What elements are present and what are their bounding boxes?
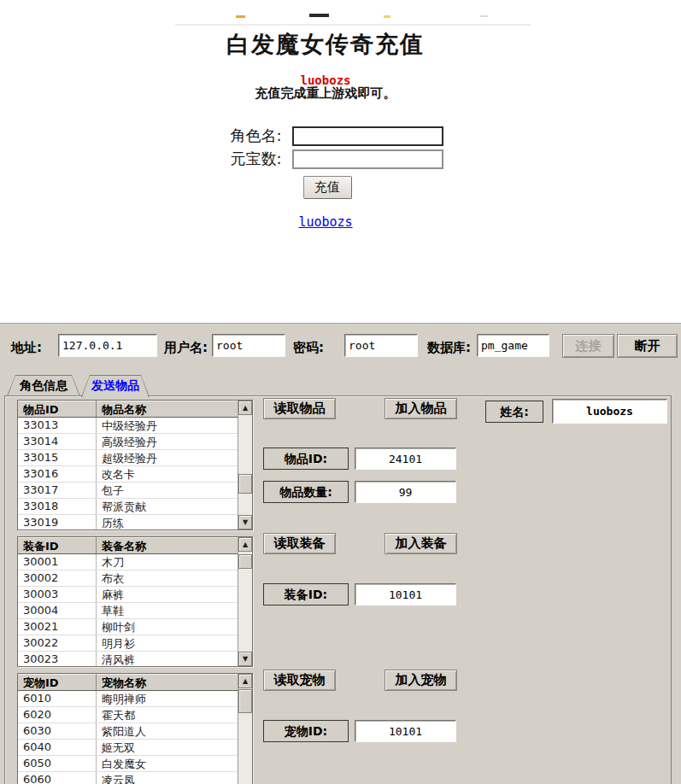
- table-row[interactable]: 30004草鞋: [18, 603, 238, 619]
- cell-id: 6030: [18, 723, 97, 739]
- table-row[interactable]: 30022明月衫: [18, 635, 238, 652]
- pets-table-body: 6010晦明禅师6020霍天都6030紫阳道人6040姬无双6050白发魔女60…: [18, 691, 238, 784]
- equips-table: 装备ID 装备名称 30001木刀30002布衣30003麻裤30004草鞋30…: [17, 536, 253, 667]
- address-input[interactable]: [58, 334, 157, 357]
- item-id-input[interactable]: [355, 448, 456, 470]
- scroll-up-icon[interactable]: ▲: [238, 537, 252, 552]
- pets-table-scrollbar[interactable]: ▲: [238, 674, 252, 784]
- table-row[interactable]: 6010晦明禅师: [18, 691, 238, 707]
- db-password-label: 密码:: [293, 340, 324, 356]
- screenshot-root: 白发魔女传奇充值 luobozs 充值完成重上游戏即可。 角色名: 元宝数: 充…: [0, 0, 681, 784]
- pets-table: 宠物ID 宠物名称 6010晦明禅师6020霍天都6030紫阳道人6040姬无双…: [17, 673, 253, 784]
- scroll-thumb[interactable]: [238, 554, 252, 569]
- equip-id-input[interactable]: [355, 583, 456, 606]
- database-input[interactable]: [477, 334, 549, 357]
- cell-id: 33019: [18, 515, 97, 530]
- items-table: 物品ID 物品名称 33013中级经验丹33014高级经验丹33015超级经验丹…: [17, 400, 253, 530]
- table-row[interactable]: 30021柳叶剑: [18, 619, 238, 635]
- add-items-button[interactable]: 加入物品: [385, 398, 457, 419]
- connect-button[interactable]: 连接: [562, 334, 614, 358]
- scroll-thumb[interactable]: [238, 474, 252, 494]
- table-row[interactable]: 6040姬无双: [18, 740, 238, 756]
- table-row[interactable]: 30003麻裤: [18, 587, 238, 603]
- pet-id-label: 宠物ID:: [263, 720, 349, 742]
- page-title: 白发魔女传奇充值: [0, 29, 651, 60]
- table-row[interactable]: 6020霍天都: [18, 707, 238, 723]
- item-qty-label: 物品数量:: [263, 481, 349, 503]
- cell-id: 6010: [18, 691, 97, 706]
- player-name-label: 姓名:: [485, 401, 543, 423]
- cell-name: 柳叶剑: [97, 619, 238, 635]
- table-row[interactable]: 33017包子: [18, 483, 238, 499]
- add-equips-button[interactable]: 加入装备: [385, 533, 457, 554]
- cell-id: 30002: [18, 570, 97, 586]
- yuanbao-count-label: 元宝数:: [208, 149, 282, 169]
- db-username-input[interactable]: [212, 334, 285, 357]
- equips-table-header: 装备ID 装备名称: [18, 537, 252, 554]
- cell-id: 6020: [18, 707, 97, 723]
- cell-name: 历练: [97, 515, 238, 530]
- add-pets-button[interactable]: 加入宠物: [385, 670, 457, 691]
- scroll-up-icon[interactable]: ▲: [238, 401, 252, 415]
- scroll-up-icon[interactable]: ▲: [238, 674, 252, 688]
- read-items-button[interactable]: 读取物品: [263, 398, 336, 419]
- cell-name: 凌云凤: [97, 772, 238, 784]
- tab-send-items[interactable]: 发送物品: [81, 375, 150, 397]
- table-row[interactable]: 33015超级经验丹: [18, 450, 238, 466]
- pet-id-input[interactable]: [355, 720, 456, 742]
- table-row[interactable]: 33019历练: [18, 515, 238, 530]
- read-equips-button[interactable]: 读取装备: [263, 533, 336, 554]
- equips-table-body: 30001木刀30002布衣30003麻裤30004草鞋30021柳叶剑3002…: [18, 554, 238, 666]
- column-header[interactable]: 物品名称: [97, 401, 252, 417]
- cell-id: 33013: [18, 418, 97, 433]
- equips-table-scrollbar[interactable]: ▲ ▼: [238, 537, 252, 666]
- cell-id: 33016: [18, 466, 97, 482]
- disconnect-button[interactable]: 断开: [617, 334, 678, 358]
- table-row[interactable]: 6030紫阳道人: [18, 723, 238, 740]
- read-pets-button[interactable]: 读取宠物: [263, 670, 336, 691]
- cell-name: 明月衫: [97, 635, 238, 651]
- table-row[interactable]: 33014高级经验丹: [18, 434, 238, 450]
- address-label: 地址:: [11, 340, 42, 356]
- items-table-body: 33013中级经验丹33014高级经验丹33015超级经验丹33016改名卡33…: [18, 418, 238, 529]
- table-row[interactable]: 6060凌云凤: [18, 772, 238, 784]
- cell-name: 白发魔女: [97, 756, 238, 771]
- cell-id: 33015: [18, 450, 97, 465]
- cell-name: 改名卡: [97, 466, 238, 482]
- cell-id: 30001: [18, 554, 97, 570]
- db-password-input[interactable]: [344, 334, 418, 357]
- cell-name: 木刀: [97, 554, 238, 570]
- table-row[interactable]: 6050白发魔女: [18, 756, 238, 772]
- cell-name: 清风裤: [97, 652, 238, 667]
- column-header[interactable]: 宠物名称: [97, 674, 252, 690]
- scroll-down-icon[interactable]: ▼: [238, 515, 252, 529]
- column-header[interactable]: 宠物ID: [18, 674, 97, 690]
- scroll-down-icon[interactable]: ▼: [238, 652, 252, 666]
- yuanbao-count-input[interactable]: [292, 149, 443, 169]
- luobozs-link[interactable]: luobozs: [298, 214, 352, 230]
- items-table-scrollbar[interactable]: ▲ ▼: [238, 401, 252, 529]
- table-row[interactable]: 33016改名卡: [18, 466, 238, 483]
- cell-name: 高级经验丹: [97, 434, 238, 449]
- column-header[interactable]: 装备名称: [97, 537, 252, 553]
- column-header[interactable]: 物品ID: [18, 401, 97, 417]
- player-name-input[interactable]: [552, 399, 667, 424]
- tab-role-info[interactable]: 角色信息: [7, 375, 80, 396]
- equip-id-label: 装备ID:: [263, 583, 349, 606]
- cropped-header-artifact: [480, 15, 488, 17]
- item-qty-input[interactable]: [355, 481, 456, 503]
- table-row[interactable]: 30023清风裤: [18, 652, 238, 667]
- table-row[interactable]: 33018帮派贡献: [18, 499, 238, 515]
- cell-id: 33014: [18, 434, 97, 449]
- cell-id: 30004: [18, 603, 97, 618]
- cell-name: 布衣: [97, 570, 238, 586]
- scroll-thumb[interactable]: [238, 689, 252, 713]
- column-header[interactable]: 装备ID: [18, 537, 97, 553]
- table-row[interactable]: 30001木刀: [18, 554, 238, 570]
- cell-name: 包子: [97, 483, 238, 498]
- pets-table-header: 宠物ID 宠物名称: [18, 674, 252, 691]
- role-name-input[interactable]: [292, 126, 443, 146]
- recharge-button[interactable]: 充值: [303, 176, 352, 199]
- table-row[interactable]: 33013中级经验丹: [18, 418, 238, 434]
- table-row[interactable]: 30002布衣: [18, 570, 238, 587]
